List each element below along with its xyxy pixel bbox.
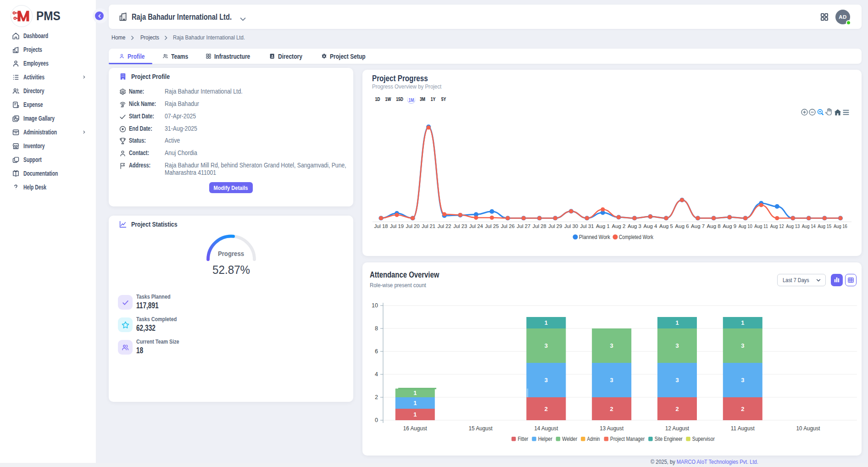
svg-text:Aug 7: Aug 7	[691, 223, 705, 229]
svg-text:13 August: 13 August	[600, 425, 623, 432]
svg-text:10 August: 10 August	[796, 425, 820, 432]
svg-text:Jul 23: Jul 23	[453, 223, 467, 229]
svg-text:Planned Work: Planned Work	[579, 234, 611, 240]
svg-text:3: 3	[675, 377, 679, 384]
svg-text:Jul 24: Jul 24	[469, 223, 484, 229]
svg-text:Jul 20: Jul 20	[406, 223, 420, 229]
svg-text:Jul 31: Jul 31	[580, 223, 594, 229]
svg-text:Supervisor: Supervisor	[692, 436, 715, 442]
svg-text:Aug 3: Aug 3	[628, 223, 641, 229]
svg-text:Aug 2: Aug 2	[612, 223, 626, 229]
svg-text:2: 2	[741, 406, 744, 412]
svg-text:Aug 14: Aug 14	[802, 223, 816, 229]
svg-text:3: 3	[545, 377, 548, 384]
svg-text:15 August: 15 August	[469, 425, 493, 432]
svg-text:Aug 11: Aug 11	[754, 223, 768, 229]
svg-text:3: 3	[610, 342, 613, 349]
svg-text:3: 3	[545, 342, 548, 349]
svg-text:Site Engineer: Site Engineer	[655, 436, 683, 442]
svg-text:Jul 26: Jul 26	[501, 223, 515, 229]
svg-text:Jul 18: Jul 18	[374, 223, 388, 229]
svg-text:Jul 29: Jul 29	[548, 223, 562, 229]
svg-text:Jul 22: Jul 22	[438, 223, 451, 229]
svg-text:Jul 25: Jul 25	[485, 223, 499, 229]
svg-text:Aug 8: Aug 8	[707, 223, 721, 229]
svg-text:Jul 30: Jul 30	[564, 223, 578, 229]
svg-text:Admin: Admin	[587, 436, 600, 442]
svg-text:Aug 16: Aug 16	[834, 223, 847, 229]
svg-text:3: 3	[741, 342, 744, 349]
svg-text:Welder: Welder	[562, 436, 577, 442]
svg-text:Completed Work: Completed Work	[619, 234, 654, 240]
svg-text:Aug 1: Aug 1	[596, 223, 610, 229]
svg-text:Helper: Helper	[538, 436, 552, 442]
svg-text:Aug 9: Aug 9	[723, 223, 736, 229]
svg-text:8: 8	[375, 325, 378, 332]
svg-text:Aug 5: Aug 5	[659, 223, 673, 229]
svg-text:Aug 15: Aug 15	[818, 223, 831, 229]
svg-text:Jul 21: Jul 21	[422, 223, 435, 229]
svg-text:16 August: 16 August	[403, 425, 427, 432]
svg-text:2: 2	[610, 406, 613, 412]
svg-text:1: 1	[675, 319, 679, 326]
svg-text:Project Manager: Project Manager	[610, 436, 645, 442]
svg-text:3: 3	[741, 377, 744, 384]
svg-text:Aug 4: Aug 4	[644, 223, 658, 229]
svg-text:6: 6	[375, 348, 378, 355]
svg-text:10: 10	[372, 302, 378, 309]
svg-text:0: 0	[375, 417, 378, 423]
svg-text:Jul 19: Jul 19	[390, 223, 404, 229]
svg-text:1: 1	[413, 400, 417, 406]
svg-text:4: 4	[375, 371, 378, 378]
svg-text:Fitter: Fitter	[517, 436, 528, 442]
svg-text:Jul 28: Jul 28	[533, 223, 546, 229]
svg-text:3: 3	[675, 342, 679, 349]
svg-text:1: 1	[545, 319, 548, 326]
svg-text:1: 1	[413, 389, 417, 396]
svg-text:2: 2	[545, 406, 548, 412]
svg-text:Jul 27: Jul 27	[517, 223, 530, 229]
svg-text:Aug 13: Aug 13	[786, 223, 800, 229]
svg-text:3: 3	[610, 377, 613, 384]
svg-text:1: 1	[741, 319, 744, 326]
svg-text:2: 2	[375, 394, 378, 400]
svg-text:2: 2	[675, 406, 679, 412]
svg-text:Aug 12: Aug 12	[770, 223, 784, 229]
svg-text:14 August: 14 August	[534, 425, 558, 432]
svg-text:12 August: 12 August	[665, 425, 689, 432]
svg-text:Aug 6: Aug 6	[675, 223, 689, 229]
svg-text:Aug 10: Aug 10	[739, 223, 752, 229]
svg-text:1: 1	[413, 411, 417, 418]
svg-text:11 August: 11 August	[731, 425, 755, 432]
